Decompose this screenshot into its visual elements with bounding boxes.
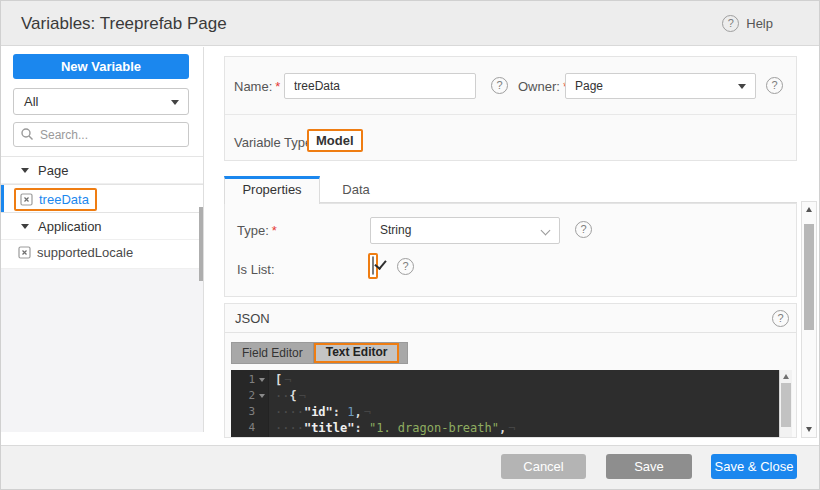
tree-item-supportedlocale[interactable]: supportedLocale: [1, 240, 203, 269]
new-variable-button[interactable]: New Variable: [13, 54, 189, 79]
tree-item-label: treeData: [39, 192, 89, 207]
owner-dropdown[interactable]: Page: [565, 73, 756, 99]
code-line: 2 ··{: [231, 388, 792, 404]
is-list-label: Is List:: [237, 262, 275, 277]
tree-group-page[interactable]: Page: [1, 157, 203, 184]
sidebar-scrollbar-thumb[interactable]: [199, 207, 203, 281]
line-number: 1: [231, 372, 255, 388]
name-label: Name:*: [234, 79, 280, 94]
variables-dialog: Variables: Treeprefab Page Help New Vari…: [0, 0, 820, 490]
type-value: String: [380, 223, 411, 237]
tab-data[interactable]: Data: [320, 176, 392, 203]
type-label: Type:*: [237, 223, 277, 238]
collapse-triangle-icon: [21, 168, 29, 173]
required-marker: *: [272, 79, 280, 94]
tree-item-treedata[interactable]: treeData: [1, 184, 203, 213]
variables-tree: Page treeData Application: [1, 156, 203, 269]
dialog-header: Variables: Treeprefab Page Help: [1, 1, 820, 46]
owner-label: Owner:*: [518, 79, 568, 94]
save-and-close-button[interactable]: Save & Close: [711, 454, 797, 479]
search-input[interactable]: [13, 122, 189, 147]
variable-form: Name:* Owner:* Page Variable Type: Model: [224, 56, 797, 161]
page-title: Variables: Treeprefab Page: [21, 1, 227, 46]
tree-group-label: Application: [38, 213, 102, 240]
chevron-down-icon: [738, 84, 746, 89]
tree-item-label: supportedLocale: [37, 245, 133, 260]
cancel-button[interactable]: Cancel: [501, 454, 586, 479]
search-icon: [20, 127, 34, 141]
tree-group-label: Page: [38, 157, 68, 184]
json-header: JSON: [225, 304, 796, 333]
tab-properties[interactable]: Properties: [224, 176, 320, 204]
collapse-triangle-icon: [21, 224, 29, 229]
json-help-icon[interactable]: [772, 310, 789, 327]
json-title: JSON: [235, 304, 270, 333]
scroll-up-icon[interactable]: [806, 207, 812, 212]
variable-icon: [18, 246, 31, 259]
name-help-icon[interactable]: [491, 77, 508, 94]
code-line: 4 ····"title": "1. dragon-breath",: [231, 420, 792, 436]
dialog-footer: Cancel Save Save & Close: [1, 445, 820, 490]
variable-icon: [20, 193, 33, 206]
fold-arrow-icon[interactable]: [259, 378, 265, 382]
help-button[interactable]: Help: [722, 1, 773, 46]
help-icon: [722, 15, 739, 32]
field-editor-button[interactable]: Field Editor: [232, 343, 314, 363]
variables-sidebar: New Variable All Page: [1, 47, 204, 432]
checkbox-check-icon: [372, 256, 374, 275]
line-number: 2: [231, 388, 255, 404]
scroll-down-icon[interactable]: [806, 427, 812, 432]
variable-filter-dropdown[interactable]: All: [13, 88, 189, 115]
editor-scrollbar-thumb[interactable]: [781, 383, 791, 427]
chevron-down-icon: [541, 226, 551, 236]
is-list-help-icon[interactable]: [397, 258, 414, 275]
editor-mode-toggle: Field Editor Text Editor: [231, 342, 408, 364]
form-divider: [225, 114, 796, 115]
variable-type-value: Model: [307, 129, 363, 152]
text-editor-button[interactable]: Text Editor: [314, 343, 400, 363]
code-line: 3 ····"id": 1,: [231, 404, 792, 420]
editor-scrollbar[interactable]: [779, 370, 792, 438]
owner-help-icon[interactable]: [766, 77, 783, 94]
json-code-editor[interactable]: 1 [ 2 ··{ 3 ····"id": 1, 4 ····"title": …: [231, 370, 792, 438]
fold-arrow-icon[interactable]: [259, 394, 265, 398]
variable-type-label: Variable Type:: [234, 135, 316, 150]
main-scrollbar-thumb[interactable]: [804, 224, 814, 330]
save-button[interactable]: Save: [606, 454, 692, 479]
line-number: 3: [231, 404, 255, 420]
help-label: Help: [746, 16, 773, 31]
json-section: JSON Field Editor Text Editor 1 [ 2 ··{ …: [224, 303, 797, 438]
detail-tabs: Properties Data: [224, 176, 797, 203]
search-box: [13, 122, 189, 147]
type-dropdown[interactable]: String: [370, 217, 560, 244]
tree-group-application[interactable]: Application: [1, 213, 203, 240]
scroll-up-icon[interactable]: [783, 374, 789, 379]
owner-value: Page: [575, 79, 603, 93]
properties-panel: Type:* String Is List:: [224, 203, 797, 297]
name-input[interactable]: [284, 73, 476, 99]
code-line: 1 [: [231, 372, 792, 388]
main-scrollbar[interactable]: [801, 201, 817, 438]
type-help-icon[interactable]: [575, 221, 592, 238]
chevron-down-icon: [171, 100, 179, 105]
variable-filter-value: All: [24, 94, 38, 109]
sidebar-empty-area: [1, 269, 203, 432]
is-list-checkbox[interactable]: [368, 253, 378, 279]
required-marker: *: [269, 223, 277, 238]
line-number: 4: [231, 420, 255, 436]
